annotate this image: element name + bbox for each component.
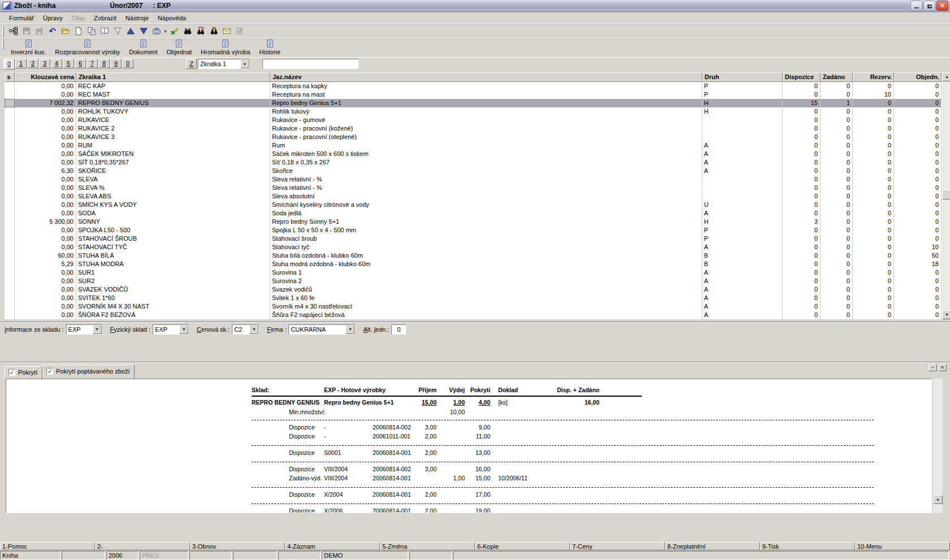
- panel-minimize-icon[interactable]: −: [929, 364, 937, 371]
- column-header-objedn[interactable]: Objedn.: [894, 72, 942, 82]
- minimize-button[interactable]: [910, 1, 922, 11]
- table-row[interactable]: 0,00 RUM Rum A 0 0 0 0: [5, 141, 942, 150]
- table-row[interactable]: 6,30 SKOŘICE Skořice A 0 0 0 0: [5, 167, 942, 175]
- sort-select[interactable]: Zkratka 1 ▼: [198, 59, 250, 69]
- column-header-cena[interactable]: Klouzavá cena: [15, 72, 76, 82]
- column-header-s[interactable]: s: [5, 72, 15, 82]
- menu-item[interactable]: Formulář: [5, 13, 38, 23]
- edit-icon[interactable]: [233, 25, 246, 37]
- table-row[interactable]: 0,00 STAHOVACÍ TYČ Stahovací tyč A 0 0 0…: [5, 243, 942, 251]
- price-level-tab[interactable]: 9: [110, 59, 122, 68]
- panel-close-icon[interactable]: ×: [938, 364, 947, 371]
- scrollbar-thumb[interactable]: [942, 190, 950, 199]
- menu-item[interactable]: Zobrazit: [89, 13, 121, 23]
- table-row[interactable]: 0,00 RUKAVICE 2 Rukavice - pracovní (kož…: [5, 124, 942, 133]
- table-row[interactable]: 0,00 SUR2 Surovina 2 A 0 0 0 0: [5, 277, 942, 285]
- sort-key-button[interactable]: Z: [186, 59, 197, 69]
- search-input[interactable]: [262, 59, 359, 69]
- mail-icon[interactable]: [220, 25, 233, 37]
- column-header-zkratka[interactable]: Zkratka 1: [76, 72, 270, 82]
- function-key[interactable]: 7-Ceny: [570, 542, 665, 550]
- chevron-down-icon[interactable]: ▼: [240, 59, 249, 68]
- alt-unit-input[interactable]: 0: [391, 324, 406, 335]
- footer-combo[interactable]: CUKRÁRNA ▼: [288, 324, 355, 335]
- function-key[interactable]: 2-: [95, 542, 190, 550]
- scroll-down-icon[interactable]: ▼: [942, 310, 950, 319]
- table-row[interactable]: 7 002,32 REPRO BEDNY GENIUS Repro bedny …: [5, 99, 942, 107]
- move-down-icon[interactable]: [137, 25, 150, 37]
- footer-combo[interactable]: C2 ▼: [232, 324, 259, 335]
- menu-item[interactable]: Nástroje: [121, 13, 153, 23]
- price-level-tab[interactable]: 8: [98, 59, 110, 68]
- table-row[interactable]: 0,00 SLEVA Sleva relativní - % 0 0 0 0: [5, 175, 942, 184]
- menu-item[interactable]: Úpravy: [38, 13, 67, 23]
- move-up-icon[interactable]: [124, 25, 137, 37]
- undo-icon[interactable]: ↶: [46, 25, 59, 37]
- action-button[interactable]: Historie: [256, 38, 284, 57]
- new-document-icon[interactable]: [72, 25, 85, 37]
- footer-combo[interactable]: EXP ▼: [153, 324, 189, 335]
- price-level-tab[interactable]: 0: [3, 59, 15, 70]
- menu-item[interactable]: Nápověda: [153, 13, 191, 23]
- export-icon[interactable]: [168, 25, 181, 37]
- action-button[interactable]: Objednat: [162, 38, 196, 57]
- table-row[interactable]: 0,00 SODA Soda jedlá A 0 0 0 0: [5, 209, 942, 218]
- price-level-tab[interactable]: 7: [87, 59, 98, 68]
- action-button[interactable]: Inverzní kus.: [7, 38, 50, 57]
- function-key[interactable]: 5-Změna: [380, 542, 475, 550]
- footer-combo[interactable]: EXP ▼: [66, 324, 102, 335]
- copy-icon[interactable]: [85, 25, 98, 37]
- function-key[interactable]: 4-Záznam: [285, 542, 380, 550]
- column-header-rezerv[interactable]: Rezerv.: [853, 72, 894, 82]
- chevron-down-icon[interactable]: ▼: [179, 325, 188, 334]
- table-row[interactable]: 0,00 SPOJKA L50 - 500 Spojka L 50 x 50 x…: [5, 226, 942, 235]
- chevron-down-icon[interactable]: ▼: [93, 325, 102, 334]
- camera-icon[interactable]: [150, 25, 163, 37]
- action-button[interactable]: Hromadná výroba: [197, 38, 254, 57]
- camera-dropdown-icon[interactable]: ▾: [163, 29, 168, 34]
- open-folder-icon[interactable]: [59, 25, 72, 37]
- function-key[interactable]: 1-Pomoc: [0, 542, 95, 550]
- restore-button[interactable]: [923, 1, 935, 11]
- menu-item[interactable]: Olap: [67, 13, 89, 23]
- action-button[interactable]: Rozpracovanost výroby: [51, 38, 124, 57]
- table-row[interactable]: 0,00 ROHLÍK TUKOVÝ Rohlík tukový H 0 0 0…: [5, 107, 942, 116]
- column-header-druh[interactable]: Druh: [702, 72, 783, 82]
- find-next-icon[interactable]: [194, 25, 207, 37]
- book-icon[interactable]: [98, 25, 111, 37]
- table-row[interactable]: 0,00 SVITEK 1*60 Svitek 1 x 60 fe A 0 0 …: [5, 294, 942, 302]
- function-key[interactable]: 10-Menu: [855, 542, 950, 550]
- function-key[interactable]: 3-Obnov: [190, 542, 285, 550]
- table-scrollbar[interactable]: ▲ ▼: [942, 72, 950, 319]
- table-row[interactable]: 0,00 REC KAP Receptura na kapky P 0 0 0 …: [5, 82, 942, 90]
- table-row[interactable]: 5,29 STUHA MODRÁ Stuha modrá ozdobná - k…: [5, 260, 942, 268]
- chevron-down-icon[interactable]: ▼: [346, 325, 355, 334]
- price-level-tab[interactable]: 4: [51, 59, 62, 68]
- table-row[interactable]: 0,00 SVAZEK VODIČŮ Svazek vodičů A 0 0 0…: [5, 285, 942, 294]
- price-level-tab[interactable]: 3: [39, 59, 50, 68]
- table-row[interactable]: 60,00 STUHA BÍLÁ Stuha bílá ozdobná - kl…: [5, 251, 942, 260]
- find-special-icon[interactable]: [207, 25, 220, 37]
- column-header-nazev[interactable]: Jaz.název: [270, 72, 702, 82]
- scroll-up-icon[interactable]: ▲: [942, 72, 950, 81]
- price-level-tab[interactable]: 2: [27, 59, 38, 68]
- price-level-tab[interactable]: 6: [75, 59, 86, 68]
- tab-pokryti-poptavaneho-zbozi[interactable]: ✓ Pokrytí poptávaného zboží: [42, 364, 135, 379]
- table-row[interactable]: 0,00 SÍŤ 0,18*0,35*267 Síť 0,18 x 0,35 x…: [5, 158, 942, 167]
- table-row[interactable]: 0,00 SVORNÍK M4 X 30 NAST Svorník m4 x 3…: [5, 302, 942, 311]
- checkbox-checked-icon[interactable]: ✓: [46, 368, 53, 375]
- panel-scrollbar[interactable]: ▼: [933, 379, 943, 513]
- toolbar-grip[interactable]: [2, 38, 4, 50]
- function-key[interactable]: 9-Tisk: [760, 542, 855, 550]
- table-row[interactable]: 5 300,00 SONNY Repro bedny Sonny 5+1 H 3…: [5, 218, 942, 226]
- price-level-tab[interactable]: 1: [15, 59, 27, 68]
- column-header-zadano[interactable]: Zadáno: [821, 72, 853, 82]
- action-button[interactable]: Dokument: [125, 38, 161, 57]
- hierarchy-icon[interactable]: [7, 25, 20, 37]
- chevron-down-icon[interactable]: ▼: [249, 325, 258, 334]
- scroll-down-icon[interactable]: ▼: [933, 495, 943, 504]
- find-icon[interactable]: [181, 25, 194, 37]
- table-row[interactable]: 0,00 SLEVA ABS Sleva absolutní 0 0 0 0: [5, 192, 942, 201]
- table-row[interactable]: 0,00 RUKAVICE Rukavice - gumové 0 0 0 0: [5, 116, 942, 124]
- tab-pokryti[interactable]: ✓ Pokrytí: [5, 366, 42, 379]
